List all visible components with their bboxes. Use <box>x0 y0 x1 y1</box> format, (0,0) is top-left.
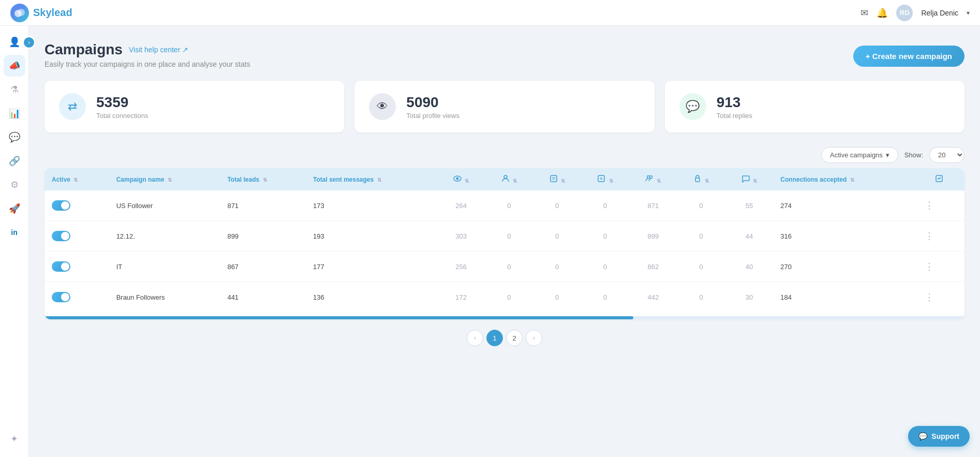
filter-label: Active campaigns <box>830 151 883 159</box>
profile-views-label: Total profile views <box>406 112 459 120</box>
table-row: US Follower 871 173 264 0 0 0 871 0 55 2… <box>44 190 964 221</box>
show-select[interactable]: 20 50 100 <box>929 147 964 163</box>
th-col7: ⇅ <box>725 168 774 190</box>
page-title: Campaigns Visit help center ↗ <box>44 41 250 58</box>
cell-col4-1: 0 <box>581 221 629 252</box>
sort-total-sent[interactable]: ⇅ <box>377 177 381 183</box>
avatar[interactable]: RD <box>896 5 913 21</box>
sidebar-item-links[interactable]: 🔗 <box>4 150 25 172</box>
toggle-active-3[interactable] <box>52 292 70 302</box>
cell-active-0 <box>44 190 109 221</box>
linkedin-icon: in <box>11 228 17 237</box>
cell-connections-0: 274 <box>773 190 913 221</box>
sidebar-item-analytics[interactable]: 📊 <box>4 102 25 124</box>
cell-sent-3: 136 <box>306 282 437 313</box>
cell-sent-0: 173 <box>306 190 437 221</box>
pagination-page-1[interactable]: 1 <box>486 330 503 346</box>
main-content: Campaigns Visit help center ↗ Easily tra… <box>29 26 980 457</box>
support-button[interactable]: 💬 Support <box>908 426 970 447</box>
bell-icon[interactable]: 🔔 <box>877 7 888 19</box>
logo-icon <box>10 4 29 22</box>
sort-campaign-name[interactable]: ⇅ <box>168 177 172 183</box>
cell-col3-0: 0 <box>533 190 581 221</box>
sort-connections-accepted[interactable]: ⇅ <box>850 177 854 183</box>
sidebar-item-settings[interactable]: ⚙ <box>4 174 25 196</box>
app-logo[interactable]: Skylead <box>10 4 72 22</box>
pagination-page-2[interactable]: 2 <box>506 330 523 346</box>
cell-connections-1: 316 <box>773 221 913 252</box>
th-connections-accepted: Connections accepted ⇅ <box>773 168 913 190</box>
sidebar-item-campaigns[interactable]: 📣 <box>4 55 25 77</box>
cell-name-2: IT <box>109 252 220 282</box>
stat-card-connections: ⇄ 5359 Total connections <box>44 81 344 132</box>
support-icon: 💬 <box>918 432 927 440</box>
cell-connections-2: 270 <box>773 252 913 282</box>
th-active: Active ⇅ <box>44 168 109 190</box>
th-col6: ⇅ <box>677 168 725 190</box>
cell-col2-1: 0 <box>485 221 533 252</box>
active-campaigns-filter[interactable]: Active campaigns ▾ <box>821 147 898 163</box>
th-campaign-name: Campaign name ⇅ <box>109 168 220 190</box>
cell-col5-1: 899 <box>629 221 677 252</box>
pagination: ‹ 1 2 › <box>44 330 964 346</box>
page-title-area: Campaigns Visit help center ↗ Easily tra… <box>44 41 250 68</box>
sidebar-item-linkedin[interactable]: in <box>4 222 25 243</box>
sort-total-leads[interactable]: ⇅ <box>263 177 267 183</box>
sidebar-item-theme[interactable]: ✦ <box>4 428 25 450</box>
cell-more-2: ⋮ <box>913 252 964 282</box>
table-body: US Follower 871 173 264 0 0 0 871 0 55 2… <box>44 190 964 312</box>
connections-number: 5359 <box>96 94 148 111</box>
cell-col1-2: 256 <box>437 252 485 282</box>
svg-point-1 <box>18 9 25 16</box>
cell-name-1: 12.12. <box>109 221 220 252</box>
cell-more-0: ⋮ <box>913 190 964 221</box>
cell-active-1 <box>44 221 109 252</box>
cell-active-3 <box>44 282 109 313</box>
cell-col6-2: 0 <box>677 252 725 282</box>
cell-leads-1: 899 <box>220 221 306 252</box>
toggle-active-2[interactable] <box>52 261 70 272</box>
cell-col4-3: 0 <box>581 282 629 313</box>
scrollbar-track[interactable] <box>44 316 964 319</box>
cell-col5-3: 442 <box>629 282 677 313</box>
more-button-3[interactable]: ⋮ <box>920 289 938 305</box>
sidebar-item-person[interactable]: 👤 <box>4 31 25 53</box>
topnav: Skylead ✉ 🔔 RD Relja Denic ▾ <box>0 0 980 26</box>
th-col8 <box>913 168 964 190</box>
pagination-next[interactable]: › <box>526 330 542 346</box>
mail-icon[interactable]: ✉ <box>860 7 868 19</box>
sidebar-item-launch[interactable]: 🚀 <box>4 198 25 219</box>
gear-icon: ⚙ <box>10 179 19 190</box>
connections-label: Total connections <box>96 112 148 120</box>
sort-active[interactable]: ⇅ <box>73 177 78 183</box>
cell-leads-2: 867 <box>220 252 306 282</box>
cell-col3-2: 0 <box>533 252 581 282</box>
cell-col7-3: 30 <box>725 282 774 313</box>
toggle-active-0[interactable] <box>52 200 70 211</box>
table-controls: Active campaigns ▾ Show: 20 50 100 <box>44 147 964 163</box>
sidebar-toggle[interactable]: › <box>23 36 35 49</box>
user-dropdown-arrow[interactable]: ▾ <box>967 9 970 17</box>
chart-icon: 📊 <box>9 108 20 119</box>
more-button-1[interactable]: ⋮ <box>920 228 938 244</box>
sidebar-item-filter[interactable]: ⚗ <box>4 79 25 100</box>
create-campaign-button[interactable]: + Create new campaign <box>853 46 964 67</box>
svg-point-11 <box>650 176 652 179</box>
more-button-2[interactable]: ⋮ <box>920 259 938 274</box>
stat-card-replies: 💬 913 Total replies <box>665 81 964 132</box>
more-button-0[interactable]: ⋮ <box>920 198 938 213</box>
cell-name-3: Braun Followers <box>109 282 220 313</box>
sidebar-item-messages[interactable]: 💬 <box>4 126 25 148</box>
pagination-prev[interactable]: ‹ <box>467 330 483 346</box>
topnav-right: ✉ 🔔 RD Relja Denic ▾ <box>860 5 970 21</box>
cell-col7-1: 44 <box>725 221 774 252</box>
cell-leads-0: 871 <box>220 190 306 221</box>
th-col5: ⇅ <box>629 168 677 190</box>
campaigns-table-wrapper: Active ⇅ Campaign name ⇅ Total leads ⇅ T… <box>44 168 964 319</box>
help-link[interactable]: Visit help center ↗ <box>129 46 188 54</box>
profile-views-icon: 👁 <box>369 93 396 120</box>
cell-sent-2: 177 <box>306 252 437 282</box>
svg-point-3 <box>456 178 458 180</box>
svg-rect-5 <box>551 175 557 182</box>
toggle-active-1[interactable] <box>52 231 70 241</box>
